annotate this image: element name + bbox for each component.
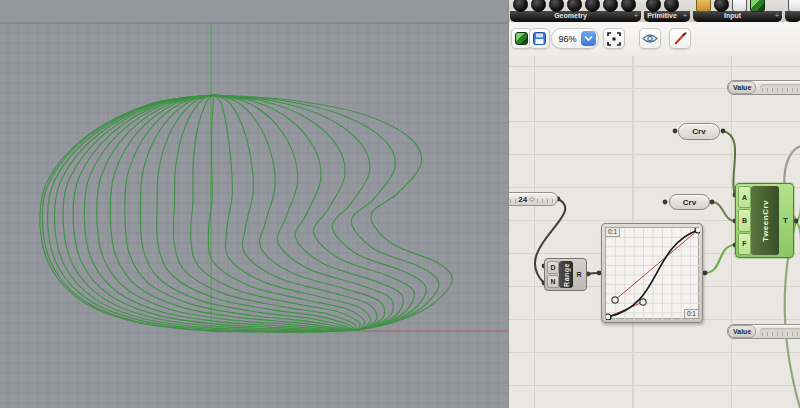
range-input-n[interactable]: N xyxy=(547,275,559,288)
curve-endpoint[interactable] xyxy=(695,228,700,233)
connector-nub[interactable] xyxy=(703,271,708,276)
yellow-component-icon[interactable] xyxy=(696,0,711,12)
green-component-icon[interactable] xyxy=(750,0,765,12)
tween-input-f[interactable]: F xyxy=(738,233,751,255)
component-icon[interactable] xyxy=(585,0,600,12)
mapper-to-f-wire xyxy=(705,245,735,273)
connector-nub[interactable] xyxy=(710,200,715,205)
component-icon-row xyxy=(788,0,800,12)
component-icon[interactable] xyxy=(714,0,729,12)
tween-input-a[interactable]: A xyxy=(738,186,751,208)
range-input-d[interactable]: D xyxy=(547,261,559,274)
tab-add-button[interactable]: + xyxy=(775,12,779,19)
save-button[interactable] xyxy=(529,28,550,49)
curve-param-mid[interactable]: Crv xyxy=(669,194,710,210)
panel-component-icon[interactable] xyxy=(788,0,800,12)
panel-component-icon[interactable] xyxy=(732,0,747,12)
bezier-handle[interactable] xyxy=(640,299,646,305)
mapper-domain-label: 0:1 xyxy=(684,309,699,319)
zoom-dropdown-button[interactable] xyxy=(581,31,596,46)
connector-nub[interactable] xyxy=(673,129,678,134)
component-icon[interactable] xyxy=(646,0,661,12)
bezier-handle[interactable] xyxy=(612,297,618,303)
component-icon[interactable] xyxy=(603,0,618,12)
value-slider-top[interactable]: Value xyxy=(727,80,800,95)
slider-grip[interactable]: ◇ xyxy=(529,195,536,203)
component-icon[interactable] xyxy=(567,0,582,12)
pen-icon xyxy=(673,32,687,45)
component-icon-row xyxy=(696,0,765,12)
curve-param-top[interactable]: Crv xyxy=(678,123,720,140)
tween-output-t[interactable]: T xyxy=(780,186,791,255)
slider-value: 24 xyxy=(516,195,529,204)
connector-nub[interactable] xyxy=(663,200,668,205)
graph-mapper[interactable]: 0:1 0:1 xyxy=(601,223,703,323)
gh-toolbar: 96% xyxy=(509,22,800,57)
zoom-level: 96% xyxy=(554,34,581,44)
floppy-icon xyxy=(533,32,546,45)
component-icon[interactable] xyxy=(549,0,564,12)
mapper-curve xyxy=(606,228,700,320)
mapper-domain-label: 0:1 xyxy=(605,227,620,237)
app-window: Geometry+Primitive+Input+ 96% xyxy=(0,0,800,408)
component-icon[interactable] xyxy=(513,0,528,12)
range-component[interactable]: D N Range R xyxy=(544,258,587,291)
slider-grabber[interactable]: Value xyxy=(728,81,756,94)
slider-track[interactable] xyxy=(760,328,800,336)
component-icon[interactable] xyxy=(664,0,679,12)
count-slider[interactable]: 24 ◇ xyxy=(509,192,558,206)
component-icon[interactable] xyxy=(531,0,546,12)
crvmid-to-b-wire xyxy=(712,202,735,221)
chevron-down-icon xyxy=(584,35,593,42)
tab-label: Geometry xyxy=(510,12,631,19)
zoom-extents-icon xyxy=(607,32,621,46)
component-icon[interactable] xyxy=(621,0,636,12)
slider-track[interactable] xyxy=(760,84,800,92)
gh-canvas[interactable]: Value Crv 24 ◇ Crv D N xyxy=(509,56,800,408)
param-label: Crv xyxy=(692,127,705,136)
rhino-viewport[interactable] xyxy=(0,0,508,408)
tab-label: Input xyxy=(693,12,772,19)
range-output-r[interactable]: R xyxy=(574,261,584,288)
slider-track[interactable] xyxy=(509,195,516,203)
value-slider-bottom[interactable]: Value xyxy=(727,324,800,339)
component-icon-row xyxy=(646,0,679,12)
zoom-extents-button[interactable] xyxy=(603,28,625,49)
crvtop-to-a-wire xyxy=(723,131,735,195)
connector-nub[interactable] xyxy=(794,219,799,224)
tab-add-button[interactable]: + xyxy=(683,12,687,19)
component-tab-bar: Geometry+Primitive+Input+ xyxy=(509,0,800,22)
eye-icon xyxy=(642,33,658,44)
connector-nub[interactable] xyxy=(721,129,726,134)
tab-group-primitive[interactable]: Primitive+ xyxy=(644,11,690,22)
tab-label: Primitive xyxy=(644,12,680,19)
tab-group-geometry[interactable]: Geometry+ xyxy=(510,11,641,22)
tweencrv-component[interactable]: A B F TweenCrv T xyxy=(735,183,794,258)
document-icon xyxy=(515,32,528,45)
mapper-plot[interactable] xyxy=(605,227,699,319)
tab-group-partial[interactable] xyxy=(785,11,800,22)
curve-endpoint[interactable] xyxy=(606,314,611,320)
viewport-drawing xyxy=(0,0,508,408)
tab-add-button[interactable]: + xyxy=(634,12,638,19)
tween-input-b[interactable]: B xyxy=(738,209,751,231)
slider-grabber[interactable]: Value xyxy=(728,325,756,338)
grasshopper-panel: Geometry+Primitive+Input+ 96% xyxy=(508,0,800,408)
preview-toggle-button[interactable] xyxy=(639,28,661,49)
slider-track[interactable] xyxy=(537,195,553,203)
param-label: Crv xyxy=(683,198,696,207)
sketch-tool-button[interactable] xyxy=(669,28,691,49)
tween-label: TweenCrv xyxy=(761,200,770,242)
t-output-wire-right xyxy=(796,221,800,240)
tab-group-input[interactable]: Input+ xyxy=(693,11,782,22)
range-label: Range xyxy=(563,263,570,287)
zoom-control: 96% xyxy=(551,28,599,49)
component-icon-row xyxy=(513,0,636,12)
